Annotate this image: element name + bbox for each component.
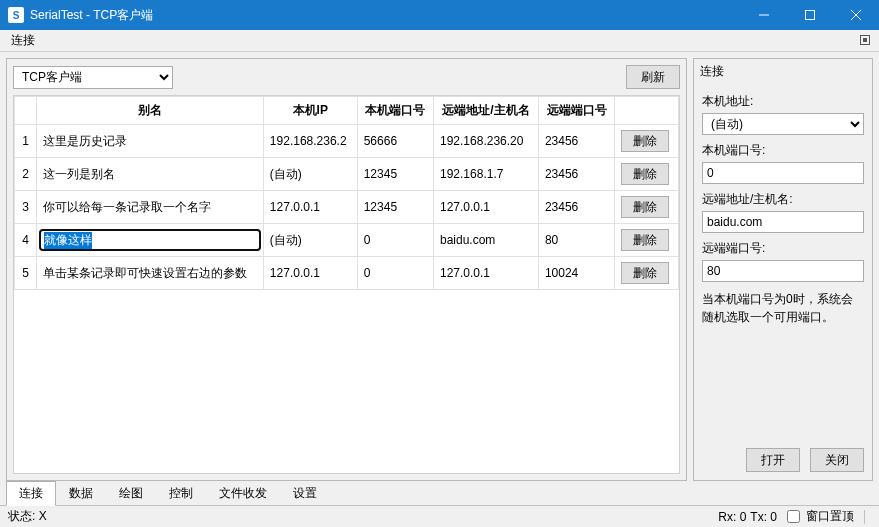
tab-bar: 连接数据绘图控制文件收发设置	[0, 481, 879, 505]
remote-addr-label: 远端地址/主机名:	[702, 191, 864, 208]
table-row[interactable]: 5单击某条记录即可快速设置右边的参数127.0.0.10127.0.0.1100…	[15, 257, 679, 290]
delete-button[interactable]: 删除	[621, 262, 669, 284]
tab-1[interactable]: 数据	[56, 481, 106, 506]
alias-edit-input[interactable]	[39, 229, 261, 251]
ontop-label: 窗口置顶	[806, 508, 854, 525]
connection-panel: 连接 本机地址: (自动) 本机端口号: 远端地址/主机名: 远端端口号: 当本…	[693, 58, 873, 481]
mode-select[interactable]: TCP客户端	[13, 66, 173, 89]
status-text: 状态: X	[8, 508, 47, 525]
table-header-row: 别名 本机IP 本机端口号 远端地址/主机名 远端端口号	[15, 97, 679, 125]
table-row[interactable]: 3你可以给每一条记录取一个名字127.0.0.112345127.0.0.123…	[15, 191, 679, 224]
main-panel: TCP客户端 刷新 别名 本机IP 本机端口号 远端地址/主机名 远端端口号 1…	[6, 58, 687, 481]
port-hint: 当本机端口号为0时，系统会随机选取一个可用端口。	[702, 290, 864, 326]
close-button[interactable]	[833, 0, 879, 30]
refresh-button[interactable]: 刷新	[626, 65, 680, 89]
minimize-button[interactable]	[741, 0, 787, 30]
delete-button[interactable]: 删除	[621, 229, 669, 251]
remote-port-label: 远端端口号:	[702, 240, 864, 257]
ontop-checkbox[interactable]	[787, 510, 800, 523]
table-row[interactable]: 4(自动)0baidu.com80删除	[15, 224, 679, 257]
remote-addr-input[interactable]	[702, 211, 864, 233]
tab-0[interactable]: 连接	[6, 481, 56, 506]
tab-2[interactable]: 绘图	[106, 481, 156, 506]
dock-icon[interactable]	[856, 32, 874, 50]
local-port-input[interactable]	[702, 162, 864, 184]
rx-counter: Rx: 0	[718, 510, 746, 524]
delete-button[interactable]: 删除	[621, 163, 669, 185]
title-bar: S SerialTest - TCP客户端	[0, 0, 879, 30]
separator	[864, 510, 865, 524]
delete-button[interactable]: 删除	[621, 130, 669, 152]
app-icon: S	[8, 7, 24, 23]
table-row[interactable]: 1这里是历史记录192.168.236.256666192.168.236.20…	[15, 125, 679, 158]
local-addr-label: 本机地址:	[702, 93, 864, 110]
tab-4[interactable]: 文件收发	[206, 481, 280, 506]
panel-title: 连接	[694, 59, 872, 84]
menu-bar: 连接	[0, 30, 879, 52]
close-conn-button[interactable]: 关闭	[810, 448, 864, 472]
local-port-label: 本机端口号:	[702, 142, 864, 159]
svg-rect-2	[863, 38, 867, 42]
status-bar: 状态: X Rx: 0 Tx: 0 窗口置顶	[0, 505, 879, 527]
menu-connect[interactable]: 连接	[5, 30, 41, 51]
maximize-button[interactable]	[787, 0, 833, 30]
tx-counter: Tx: 0	[750, 510, 777, 524]
open-button[interactable]: 打开	[746, 448, 800, 472]
remote-port-input[interactable]	[702, 260, 864, 282]
table-row[interactable]: 2这一列是别名(自动)12345192.168.1.723456删除	[15, 158, 679, 191]
local-addr-select[interactable]: (自动)	[702, 113, 864, 135]
svg-rect-0	[806, 11, 815, 20]
delete-button[interactable]: 删除	[621, 196, 669, 218]
tab-5[interactable]: 设置	[280, 481, 330, 506]
window-title: SerialTest - TCP客户端	[30, 7, 741, 24]
history-table[interactable]: 别名 本机IP 本机端口号 远端地址/主机名 远端端口号 1这里是历史记录192…	[13, 95, 680, 474]
tab-3[interactable]: 控制	[156, 481, 206, 506]
